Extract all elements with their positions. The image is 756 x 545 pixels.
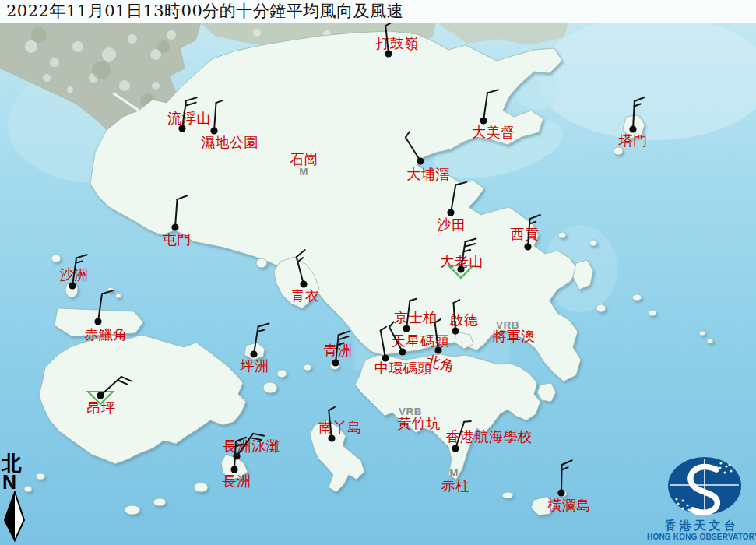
- north-compass: 北 N: [2, 453, 33, 545]
- hko-logo-name-en: HONG KONG OBSERVATORY: [647, 533, 756, 541]
- compass-arrow-icon: [2, 490, 28, 542]
- map-background: [0, 0, 756, 545]
- wind-map-screen: 打鼓嶺流浮山濕地公園石崗M大埔滘大美督塔門屯門沙洲赤鱲角青衣沙田西貢大老山京士柏…: [0, 0, 756, 545]
- hko-logo-icon: [647, 454, 756, 518]
- compass-north-letter: N: [2, 473, 33, 490]
- hko-logo: 香港天文台 HONG KONG OBSERVATORY: [647, 454, 756, 545]
- hko-logo-name-zh: 香港天文台: [647, 519, 756, 533]
- map-title: 2022年11月01日13時00分的十分鐘平均風向及風速: [0, 0, 756, 23]
